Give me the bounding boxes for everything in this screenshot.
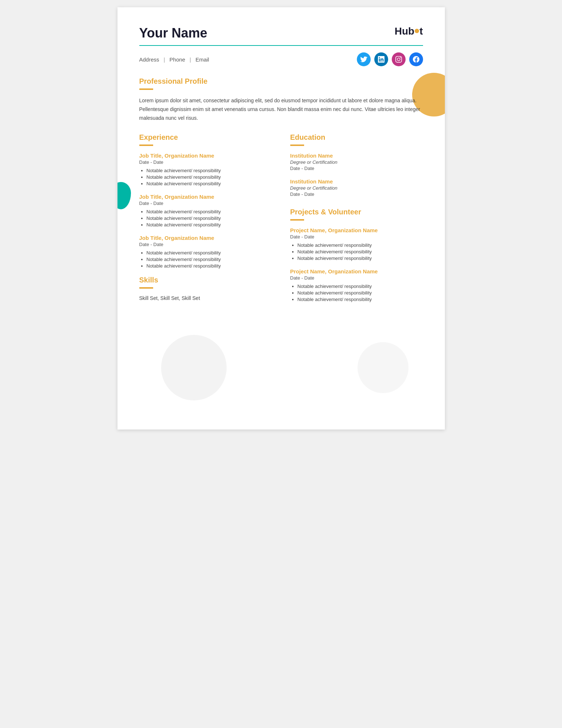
bullet: Notable achievement/ responsibility <box>147 181 272 186</box>
project-date-1: Date - Date <box>290 234 423 240</box>
bullet: Notable achievement/ responsibility <box>147 209 272 214</box>
education-underline <box>290 145 304 146</box>
job-item-2: Job Title, Organization Name Date - Date… <box>139 194 272 228</box>
project-date-2: Date - Date <box>290 275 423 281</box>
hubspot-logo: Hubt <box>395 25 423 37</box>
job-date-2: Date - Date <box>139 201 272 206</box>
skills-section: Skills Skill Set, Skill Set, Skill Set <box>139 276 272 301</box>
bullet: Notable achievement/ responsibility <box>147 168 272 173</box>
twitter-icon[interactable] <box>357 52 371 66</box>
header: Your Name Hubt <box>139 25 423 41</box>
two-column-layout: Experience Job Title, Organization Name … <box>139 133 423 309</box>
facebook-icon[interactable] <box>409 52 423 66</box>
dot-icon <box>415 29 419 33</box>
linkedin-icon[interactable] <box>374 52 388 66</box>
bullet: Notable achievement/ responsibility <box>147 250 272 256</box>
profile-underline <box>139 88 153 90</box>
project-item-1: Project Name, Organization Name Date - D… <box>290 227 423 261</box>
skills-text: Skill Set, Skill Set, Skill Set <box>139 295 272 301</box>
job-date-1: Date - Date <box>139 159 272 165</box>
address-label: Address <box>139 56 159 63</box>
job-item-3: Job Title, Organization Name Date - Date… <box>139 235 272 269</box>
job-item-1: Job Title, Organization Name Date - Date… <box>139 153 272 186</box>
projects-heading: Projects & Volunteer <box>290 208 423 216</box>
project-item-2: Project Name, Organization Name Date - D… <box>290 268 423 302</box>
edu-item-1: Institution Name Degree or Certification… <box>290 153 423 171</box>
bullet: Notable achievement/ responsibility <box>298 284 423 289</box>
projects-section: Projects & Volunteer Project Name, Organ… <box>290 208 423 302</box>
job-date-3: Date - Date <box>139 242 272 247</box>
edu-date-1: Date - Date <box>290 166 423 171</box>
education-section: Education Institution Name Degree or Cer… <box>290 133 423 197</box>
social-icons-group <box>357 52 423 66</box>
experience-heading: Experience <box>139 133 272 142</box>
experience-underline <box>139 145 153 146</box>
profile-text: Lorem ipsum dolor sit amet, consectetur … <box>139 96 423 122</box>
job-bullets-2: Notable achievement/ responsibility Nota… <box>139 209 272 228</box>
projects-underline <box>290 219 304 221</box>
project-title-2: Project Name, Organization Name <box>290 268 423 274</box>
contact-row: Address | Phone | Email <box>139 52 423 66</box>
profile-heading: Professional Profile <box>139 77 423 86</box>
job-title-3: Job Title, Organization Name <box>139 235 272 241</box>
skills-underline <box>139 287 153 289</box>
job-bullets-3: Notable achievement/ responsibility Nota… <box>139 250 272 269</box>
education-heading: Education <box>290 133 423 142</box>
bullet: Notable achievement/ responsibility <box>298 242 423 248</box>
bullet: Notable achievement/ responsibility <box>147 215 272 221</box>
sep2: | <box>190 56 192 63</box>
project-bullets-1: Notable achievement/ responsibility Nota… <box>290 242 423 261</box>
job-title-2: Job Title, Organization Name <box>139 194 272 200</box>
edu-date-2: Date - Date <box>290 191 423 197</box>
contact-info: Address | Phone | Email <box>139 56 209 63</box>
left-column: Experience Job Title, Organization Name … <box>139 133 272 309</box>
phone-label: Phone <box>170 56 185 63</box>
bullet: Notable achievement/ responsibility <box>298 297 423 302</box>
bullet: Notable achievement/ responsibility <box>298 290 423 296</box>
edu-item-2: Institution Name Degree or Certification… <box>290 178 423 197</box>
email-label: Email <box>195 56 209 63</box>
edu-degree-2: Degree or Certification <box>290 185 423 191</box>
deco-circle-bottom-right <box>358 342 408 393</box>
edu-name-1: Institution Name <box>290 153 423 159</box>
resume-page: Your Name Hubt Address | Phone | Email <box>117 7 445 430</box>
project-bullets-2: Notable achievement/ responsibility Nota… <box>290 284 423 302</box>
bullet: Notable achievement/ responsibility <box>147 222 272 228</box>
bullet: Notable achievement/ responsibility <box>298 249 423 254</box>
edu-name-2: Institution Name <box>290 178 423 185</box>
header-divider <box>139 45 423 46</box>
sep1: | <box>164 56 167 63</box>
spot-text: t <box>419 25 423 37</box>
deco-blob-teal <box>117 182 131 209</box>
project-title-1: Project Name, Organization Name <box>290 227 423 233</box>
skills-heading: Skills <box>139 276 272 284</box>
instagram-icon[interactable] <box>392 52 406 66</box>
job-title-1: Job Title, Organization Name <box>139 153 272 159</box>
edu-degree-1: Degree or Certification <box>290 159 423 165</box>
deco-circle-bottom-left <box>161 335 227 400</box>
job-bullets-1: Notable achievement/ responsibility Nota… <box>139 168 272 186</box>
bullet: Notable achievement/ responsibility <box>147 263 272 269</box>
bullet: Notable achievement/ responsibility <box>298 256 423 261</box>
profile-section: Professional Profile Lorem ipsum dolor s… <box>139 77 423 122</box>
bullet: Notable achievement/ responsibility <box>147 174 272 180</box>
name-heading: Your Name <box>139 25 207 41</box>
bullet: Notable achievement/ responsibility <box>147 257 272 262</box>
right-column: Education Institution Name Degree or Cer… <box>290 133 423 309</box>
hub-text: Hub <box>395 25 414 37</box>
